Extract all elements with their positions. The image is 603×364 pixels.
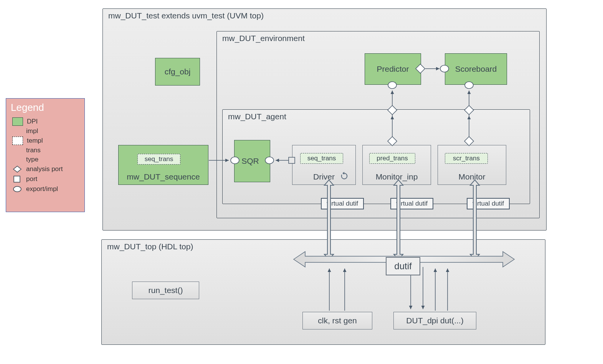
cfg-obj-label: cfg_obj — [165, 67, 191, 76]
test-title: mw_DUT_test extends uvm_test (UVM top) — [108, 11, 264, 20]
monitor-inp-label: Monitor_inp — [376, 172, 418, 181]
legend-port: port — [26, 175, 37, 183]
monitor-inp-trans: pred_trans — [369, 153, 415, 164]
virtif-moninp: virtual dutif — [390, 198, 433, 209]
circle-icon — [12, 185, 22, 193]
legend-dpi: DPI — [27, 118, 38, 125]
legend-type: type — [26, 156, 38, 163]
square-icon — [12, 175, 22, 183]
scoreboard-label: Scoreboard — [455, 64, 497, 74]
clk-label: clk, rst gen — [318, 316, 357, 325]
svg-point-2 — [13, 186, 21, 192]
dut-box: DUT_dpi dut(...) — [393, 312, 476, 329]
diamond-icon — [12, 165, 22, 173]
legend-title: Legend — [6, 99, 84, 117]
svg-marker-3 — [342, 172, 344, 175]
legend-analysis-port: analysis port — [26, 165, 63, 173]
clk-box: clk, rst gen — [302, 312, 372, 329]
run-test-label: run_test() — [149, 286, 183, 295]
predictor-label: Predictor — [377, 64, 409, 74]
refresh-icon — [340, 172, 349, 180]
predictor-block: Predictor — [365, 53, 421, 85]
legend-trans: trans — [26, 147, 41, 154]
legend-panel: Legend DPI impl templ trans type analysi… — [6, 98, 85, 212]
virtif-mon: virtual dutif — [467, 198, 510, 209]
virtif-driver: virtual dutif — [321, 198, 364, 209]
legend-impl: impl — [26, 127, 38, 135]
monitor-label: Monitor — [458, 172, 485, 181]
driver-trans: seq_trans — [300, 153, 343, 164]
svg-marker-0 — [13, 166, 21, 172]
sequence-block: mw_DUT_sequence — [118, 145, 208, 185]
monitor-block: Monitor — [438, 145, 506, 185]
svg-rect-1 — [14, 176, 20, 182]
monitor-inp-block: Monitor_inp — [362, 145, 431, 185]
agent-title: mw_DUT_agent — [228, 112, 286, 121]
run-test-box: run_test() — [132, 282, 199, 299]
scoreboard-block: Scoreboard — [445, 53, 507, 85]
sqr-label: SQR — [241, 156, 259, 166]
dut-label: DUT_dpi dut(...) — [406, 316, 463, 325]
legend-export-impl: export/impl — [26, 185, 58, 193]
hdl-top-title: mw_DUT_top (HDL top) — [107, 242, 193, 251]
environment-title: mw_DUT_environment — [222, 34, 305, 43]
dutif-box: dutif — [386, 257, 420, 275]
templ-swatch-icon — [12, 137, 23, 145]
monitor-trans: scr_trans — [445, 153, 488, 164]
dpi-swatch-icon — [12, 117, 23, 126]
legend-templ: templ — [27, 137, 43, 145]
sequence-trans: seq_trans — [137, 154, 180, 165]
dutif-label: dutif — [394, 261, 411, 272]
sqr-block: SQR — [234, 140, 270, 182]
driver-label: Driver — [313, 172, 335, 181]
cfg-obj-block: cfg_obj — [155, 58, 200, 86]
sequence-label: mw_DUT_sequence — [127, 172, 200, 181]
